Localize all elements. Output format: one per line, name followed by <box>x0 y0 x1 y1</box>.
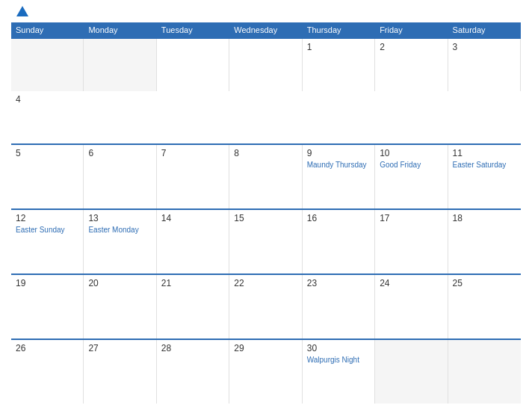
calendar-cell: 19 <box>11 275 84 339</box>
calendar-cell: 6 <box>84 145 156 208</box>
day-number: 3 <box>453 42 516 52</box>
day-number: 30 <box>307 343 370 353</box>
weekday-header: Wednesday <box>229 22 302 37</box>
calendar-row: 19202122232425 <box>11 274 521 339</box>
calendar-cell: 5 <box>11 145 84 208</box>
calendar-row: 12Easter Sunday13Easter Monday1415161718 <box>11 208 521 274</box>
calendar-cell: 26 <box>11 340 84 404</box>
calendar-cell: 2 <box>375 39 448 91</box>
calendar-cell: 13Easter Monday <box>84 210 156 274</box>
calendar-cell: 23 <box>303 275 375 339</box>
day-number: 10 <box>380 148 442 158</box>
calendar-header: SundayMondayTuesdayWednesdayThursdayFrid… <box>11 22 521 37</box>
calendar-cell: 12Easter Sunday <box>11 210 84 274</box>
weekday-header: Tuesday <box>157 22 229 37</box>
day-number: 13 <box>88 213 151 223</box>
day-number: 17 <box>380 213 442 223</box>
calendar-cell: 7 <box>157 145 229 208</box>
page: SundayMondayTuesdayWednesdayThursdayFrid… <box>0 0 532 411</box>
day-number: 6 <box>88 148 151 158</box>
day-number: 25 <box>453 278 516 288</box>
calendar-cell <box>375 340 448 404</box>
calendar-cell: 24 <box>375 275 448 339</box>
calendar-cell: 10Good Friday <box>375 145 448 208</box>
calendar-cell <box>448 340 521 404</box>
day-number: 14 <box>161 213 224 223</box>
calendar-cell-empty <box>11 39 84 91</box>
day-number: 24 <box>380 278 442 288</box>
day-number: 20 <box>88 278 151 288</box>
calendar-cell-empty <box>84 39 156 91</box>
calendar-cell <box>229 39 302 91</box>
calendar-row: 56789Maundy Thursday10Good Friday11Easte… <box>11 143 521 208</box>
day-event: Good Friday <box>380 160 442 170</box>
calendar-row: 1234 <box>11 37 521 143</box>
calendar-cell: 30Walpurgis Night <box>303 340 375 404</box>
calendar-cell: 4 <box>11 91 84 143</box>
calendar-cell: 3 <box>448 39 521 91</box>
day-number: 26 <box>16 343 78 353</box>
calendar-cell: 18 <box>448 210 521 274</box>
weekday-header: Sunday <box>11 22 84 37</box>
calendar-cell: 17 <box>375 210 448 274</box>
logo-triangle-icon <box>16 6 28 16</box>
day-event: Maundy Thursday <box>307 160 370 170</box>
day-event: Walpurgis Night <box>307 355 370 365</box>
day-number: 21 <box>161 278 224 288</box>
calendar-cell: 20 <box>84 275 156 339</box>
day-number: 23 <box>307 278 370 288</box>
day-number: 9 <box>307 148 370 158</box>
calendar-cell: 29 <box>229 340 302 404</box>
day-number: 16 <box>307 213 370 223</box>
day-event: Easter Saturday <box>453 160 516 170</box>
day-number: 27 <box>88 343 151 353</box>
calendar-cell: 22 <box>229 275 302 339</box>
calendar-cell: 1 <box>303 39 375 91</box>
day-number: 29 <box>234 343 297 353</box>
day-number: 22 <box>234 278 297 288</box>
weekday-header: Thursday <box>303 22 375 37</box>
header <box>11 7 521 16</box>
logo <box>15 7 28 16</box>
day-number: 5 <box>16 148 78 158</box>
calendar-row: 2627282930Walpurgis Night <box>11 339 521 404</box>
day-number: 4 <box>16 94 79 105</box>
day-number: 8 <box>234 148 297 158</box>
day-number: 11 <box>453 148 516 158</box>
day-number: 28 <box>161 343 224 353</box>
day-number: 15 <box>234 213 297 223</box>
day-number: 19 <box>16 278 78 288</box>
calendar-cell: 27 <box>84 340 156 404</box>
weekday-header: Saturday <box>448 22 521 37</box>
day-number: 1 <box>307 42 370 52</box>
calendar: SundayMondayTuesdayWednesdayThursdayFrid… <box>11 22 521 404</box>
weekday-header: Monday <box>84 22 156 37</box>
calendar-cell: 15 <box>229 210 302 274</box>
calendar-cell: 9Maundy Thursday <box>303 145 375 208</box>
day-number: 12 <box>16 213 78 223</box>
day-number: 18 <box>453 213 516 223</box>
calendar-cell: 8 <box>229 145 302 208</box>
calendar-cell <box>157 39 229 91</box>
calendar-cell: 25 <box>448 275 521 339</box>
day-number: 2 <box>380 42 442 52</box>
day-event: Easter Sunday <box>16 225 78 235</box>
weekday-header: Friday <box>375 22 448 37</box>
calendar-body: 123456789Maundy Thursday10Good Friday11E… <box>11 37 521 404</box>
calendar-cell: 21 <box>157 275 229 339</box>
calendar-cell: 28 <box>157 340 229 404</box>
calendar-cell: 14 <box>157 210 229 274</box>
calendar-cell: 11Easter Saturday <box>448 145 521 208</box>
day-event: Easter Monday <box>88 225 151 235</box>
day-number: 7 <box>161 148 224 158</box>
calendar-cell: 16 <box>303 210 375 274</box>
